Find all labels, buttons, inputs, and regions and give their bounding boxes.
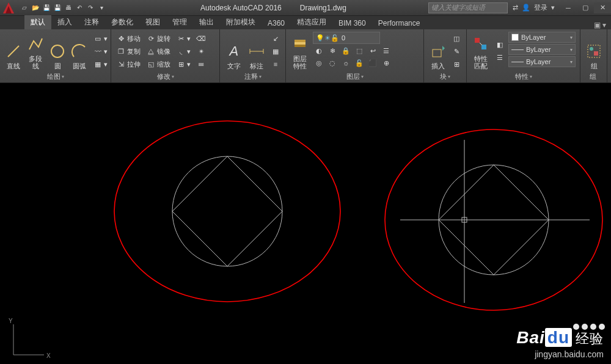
undo-icon[interactable]: ↶ <box>75 3 84 13</box>
redo-icon[interactable]: ↷ <box>86 3 95 13</box>
saveas-icon[interactable]: 💾 <box>53 3 62 13</box>
block-insert-button[interactable]: 插入 <box>428 32 448 71</box>
layer-state-icon: ☰ <box>382 46 390 55</box>
plot-icon[interactable]: 🖶 <box>64 3 73 13</box>
tab-featured[interactable]: 精选应用 <box>291 15 332 29</box>
close-button[interactable]: ✕ <box>594 2 611 13</box>
hatch-button[interactable]: ▦▾ <box>92 59 109 70</box>
erase-button[interactable]: ⌫ <box>195 33 207 44</box>
maximize-button[interactable]: ▢ <box>577 2 594 13</box>
mtext-button[interactable]: ≡ <box>269 59 282 70</box>
login-label[interactable]: 登录 <box>534 3 547 12</box>
layer-tool-11[interactable]: ⬛ <box>367 57 379 68</box>
layer-props-button[interactable]: 图层 特性 <box>290 32 310 71</box>
layer-tool-6[interactable]: ☰ <box>380 45 392 56</box>
exchange-icon[interactable]: ⇄ <box>513 4 518 12</box>
layer-tool-10[interactable]: 🔓 <box>353 57 365 68</box>
props-tool-2[interactable]: ☰ <box>494 53 506 64</box>
layer-tool-7[interactable]: ◎ <box>313 57 325 68</box>
tab-a360[interactable]: A360 <box>262 17 291 29</box>
layer-tool-5[interactable]: ↩ <box>367 45 379 56</box>
circle-button[interactable]: 圆 <box>48 32 67 71</box>
layer-current-select[interactable]: 💡 ☀ 🔓 0 <box>313 32 380 44</box>
spline-button[interactable]: 〰▾ <box>92 46 109 57</box>
panel-group-label[interactable]: 组 <box>584 71 603 81</box>
layer-tool-4[interactable]: ⬚ <box>353 45 365 56</box>
table-button[interactable]: ▦ <box>269 46 282 57</box>
panel-block-label[interactable]: 块 <box>428 71 463 81</box>
tab-view[interactable]: 视图 <box>139 15 166 29</box>
layer-match-icon: ⬚ <box>355 46 364 55</box>
group-button[interactable]: 组 <box>584 32 604 71</box>
rect-button[interactable]: ▭▾ <box>92 33 109 44</box>
block-create-button[interactable]: ◫ <box>450 33 463 44</box>
polyline-button[interactable]: 多段线 <box>26 32 45 71</box>
tab-default[interactable]: 默认 <box>24 15 51 29</box>
panel-props-label[interactable]: 特性 <box>470 71 576 81</box>
linetype-select[interactable]: ByLayer <box>508 56 576 67</box>
quick-access-toolbar: ▱ 📂 💾 💾 🖶 ↶ ↷ ▾ <box>17 3 109 13</box>
block-edit-button[interactable]: ✎ <box>450 46 463 57</box>
tab-insert[interactable]: 插入 <box>51 15 78 29</box>
layer-tool-3[interactable]: 🔒 <box>340 45 352 56</box>
lineweight-select[interactable]: ByLayer <box>508 44 576 55</box>
app-logo[interactable] <box>0 0 17 16</box>
panel-group: 组 组 <box>580 29 607 82</box>
fillet-button[interactable]: ◟▾ <box>175 46 192 57</box>
trim-button[interactable]: ✂▾ <box>175 33 192 44</box>
tab-addins[interactable]: 附加模块 <box>220 15 262 29</box>
search-input[interactable]: 键入关键字或短语 <box>428 2 508 13</box>
block-attr-button[interactable]: ⊞ <box>450 59 463 70</box>
copy-button[interactable]: ❐复制 <box>115 46 142 57</box>
scale-button[interactable]: ◱缩放 <box>145 59 172 70</box>
user-icon[interactable]: 👤 <box>522 4 530 12</box>
svg-rect-14 <box>594 51 598 56</box>
new-icon[interactable]: ▱ <box>20 3 29 13</box>
minimize-button[interactable]: ─ <box>560 2 577 13</box>
layer-tool-1[interactable]: ◐ <box>313 45 325 56</box>
line-button[interactable]: 直线 <box>4 32 23 71</box>
offset-button[interactable]: ⩸ <box>195 59 207 70</box>
ribbon-collapse-icon[interactable]: ▣ ▾ <box>589 21 611 29</box>
tab-performance[interactable]: Performance <box>372 17 426 29</box>
layer-prev-icon: ↩ <box>368 46 377 55</box>
rotate-button[interactable]: ⟳旋转 <box>145 33 172 44</box>
layer-tool-9[interactable]: ☼ <box>340 57 352 68</box>
match-props-button[interactable]: 特性 匹配 <box>470 32 491 71</box>
tab-annotate[interactable]: 注释 <box>78 15 105 29</box>
tab-output[interactable]: 输出 <box>193 15 220 29</box>
panel-draw-label[interactable]: 绘图 <box>4 71 107 81</box>
qat-dropdown-icon[interactable]: ▾ <box>97 3 106 13</box>
array-button[interactable]: ⊞▾ <box>175 59 192 70</box>
layer-props-icon <box>291 34 309 54</box>
leader-button[interactable]: ↙ <box>269 33 282 44</box>
arc-button[interactable]: 圆弧 <box>70 32 89 71</box>
drawing-area[interactable]: Y X Baidu经验 jingyan.baidu.com <box>0 83 611 364</box>
layer-tool-2[interactable]: ❄ <box>326 45 338 56</box>
mirror-button[interactable]: ⧋镜像 <box>145 46 172 57</box>
move-button[interactable]: ✥移动 <box>115 33 142 44</box>
dimension-button[interactable]: 标注 <box>247 32 268 71</box>
stretch-button[interactable]: ⇲拉伸 <box>115 59 142 70</box>
layer-tool-12[interactable]: ⊕ <box>380 57 392 68</box>
tab-parametric[interactable]: 参数化 <box>105 15 139 29</box>
explode-button[interactable]: ✴ <box>195 46 207 57</box>
layer-iso-icon: ◎ <box>315 59 323 67</box>
svg-point-13 <box>590 47 593 51</box>
panel-layer-label[interactable]: 图层 <box>290 71 420 81</box>
panel-annotation-label[interactable]: 注释 <box>224 71 282 81</box>
panel-modify-label[interactable]: 修改 <box>115 71 216 81</box>
layer-tool-8[interactable]: ◌ <box>326 57 338 68</box>
color-select[interactable]: ByLayer <box>508 32 576 43</box>
login-dropdown-icon[interactable]: ▾ <box>551 4 555 12</box>
leader-icon: ↙ <box>271 34 280 43</box>
open-icon[interactable]: 📂 <box>31 3 40 13</box>
save-icon[interactable]: 💾 <box>42 3 51 13</box>
block-create-icon: ◫ <box>452 34 461 43</box>
props-tool-1[interactable]: ◧ <box>494 40 506 51</box>
svg-point-15 <box>114 121 340 302</box>
text-button[interactable]: A 文字 <box>224 32 244 71</box>
watermark: Baidu经验 jingyan.baidu.com <box>516 328 604 359</box>
tab-manage[interactable]: 管理 <box>166 15 193 29</box>
tab-bim360[interactable]: BIM 360 <box>332 17 372 29</box>
